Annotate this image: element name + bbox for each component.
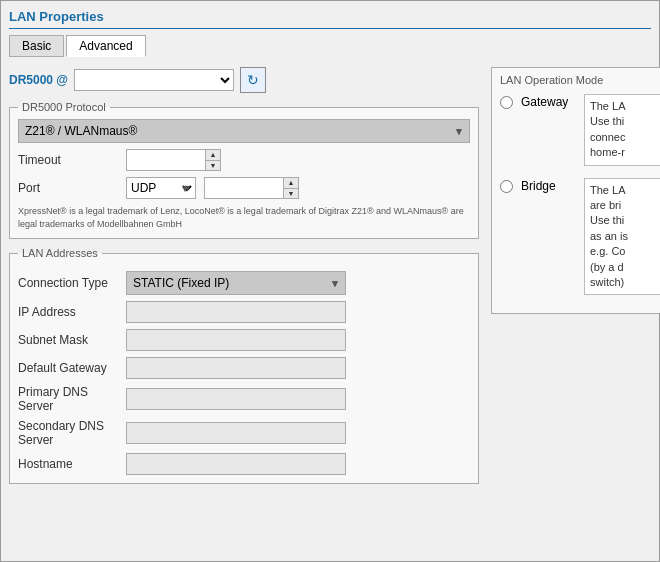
gateway-radio[interactable] — [500, 96, 513, 109]
dns2-label: Secondary DNS Server — [18, 419, 118, 447]
subnet-input[interactable] — [126, 329, 346, 351]
dns2-row: Secondary DNS Server — [18, 419, 470, 447]
lan-mode-title: LAN Operation Mode — [500, 74, 660, 86]
connection-type-row: Connection Type STATIC (Fixed IP) ▼ — [18, 271, 470, 295]
dns1-input[interactable] — [126, 388, 346, 410]
left-panel: DR5000 @ ↻ DR5000 Protocol Z21® / WLANma… — [9, 67, 479, 492]
addresses-fieldset: LAN Addresses Connection Type STATIC (Fi… — [9, 247, 479, 484]
hostname-input[interactable] — [126, 453, 346, 475]
dns2-input[interactable] — [126, 422, 346, 444]
protocol-select-wrapper: Z21® / WLANmaus® ▼ — [18, 119, 470, 143]
hostname-row: Hostname — [18, 453, 470, 475]
timeout-label: Timeout — [18, 153, 118, 167]
gateway-mode-label: Gateway — [521, 95, 576, 109]
trademark-text: XpressNet® is a legal trademark of Lenz,… — [18, 205, 470, 230]
gateway-mode-description: The LAUse thiconnechome-r — [584, 94, 660, 166]
gateway-label: Default Gateway — [18, 361, 118, 375]
dr5000-row: DR5000 @ ↻ — [9, 67, 479, 93]
timeout-down-button[interactable]: ▼ — [206, 161, 220, 171]
timeout-spinner-arrows: ▲ ▼ — [206, 149, 221, 171]
ip-address-label: IP Address — [18, 305, 118, 319]
protocol-fieldset: DR5000 Protocol Z21® / WLANmaus® ▼ Timeo… — [9, 101, 479, 239]
right-panel: LAN Operation Mode Gateway The LAUse thi… — [491, 67, 660, 492]
port-up-button[interactable]: ▲ — [284, 178, 298, 189]
port-spinner-wrapper: 21105 ▲ ▼ — [204, 177, 299, 199]
addresses-legend: LAN Addresses — [18, 247, 102, 259]
timeout-spinner-wrapper: 65 ▲ ▼ — [126, 149, 221, 171]
dns1-label: Primary DNS Server — [18, 385, 118, 413]
refresh-button[interactable]: ↻ — [240, 67, 266, 93]
tab-advanced[interactable]: Advanced — [66, 35, 145, 57]
bridge-mode-label: Bridge — [521, 179, 576, 193]
timeout-up-button[interactable]: ▲ — [206, 150, 220, 161]
port-down-button[interactable]: ▼ — [284, 189, 298, 199]
gateway-mode-row: Gateway The LAUse thiconnechome-r — [500, 94, 660, 166]
port-spinner-arrows: ▲ ▼ — [284, 177, 299, 199]
connection-type-label: Connection Type — [18, 276, 118, 290]
tab-bar: Basic Advanced — [9, 35, 651, 57]
dr5000-select[interactable] — [74, 69, 234, 91]
subnet-label: Subnet Mask — [18, 333, 118, 347]
connection-type-select[interactable]: STATIC (Fixed IP) — [126, 271, 346, 295]
lan-mode-section: LAN Operation Mode Gateway The LAUse thi… — [491, 67, 660, 314]
bridge-mode-description: The LAare briUse thias an ise.g. Co(by a… — [584, 178, 660, 296]
bridge-radio[interactable] — [500, 180, 513, 193]
gateway-input[interactable] — [126, 357, 346, 379]
port-input[interactable]: 21105 — [204, 177, 284, 199]
dns1-row: Primary DNS Server — [18, 385, 470, 413]
dr5000-label: DR5000 @ — [9, 73, 68, 87]
main-content: DR5000 @ ↻ DR5000 Protocol Z21® / WLANma… — [9, 67, 651, 492]
tab-basic[interactable]: Basic — [9, 35, 64, 57]
port-protocol-wrapper: UDP TCP ▼ — [126, 177, 196, 199]
hostname-label: Hostname — [18, 457, 118, 471]
timeout-input[interactable]: 65 — [126, 149, 206, 171]
window-title: LAN Properties — [9, 9, 651, 29]
gateway-row: Default Gateway — [18, 357, 470, 379]
protocol-legend: DR5000 Protocol — [18, 101, 110, 113]
subnet-row: Subnet Mask — [18, 329, 470, 351]
ip-address-input[interactable] — [126, 301, 346, 323]
ip-address-row: IP Address — [18, 301, 470, 323]
port-row: Port UDP TCP ▼ 21105 ▲ ▼ — [18, 177, 470, 199]
connection-type-wrapper: STATIC (Fixed IP) ▼ — [126, 271, 346, 295]
port-protocol-select[interactable]: UDP TCP — [126, 177, 196, 199]
port-label: Port — [18, 181, 118, 195]
protocol-select[interactable]: Z21® / WLANmaus® — [18, 119, 470, 143]
timeout-row: Timeout 65 ▲ ▼ — [18, 149, 470, 171]
lan-properties-window: LAN Properties Basic Advanced DR5000 @ ↻… — [0, 0, 660, 562]
bridge-mode-row: Bridge The LAare briUse thias an ise.g. … — [500, 178, 660, 296]
